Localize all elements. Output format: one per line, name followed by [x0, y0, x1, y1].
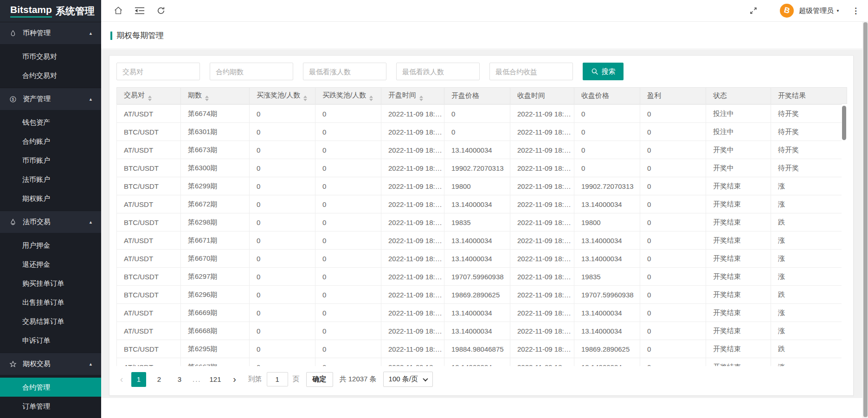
column-header-label: 开奖结果: [778, 91, 806, 99]
sidebar-item-0-1[interactable]: 合约交易对: [0, 66, 101, 85]
sidebar-item-2-4[interactable]: 交易结算订单: [0, 312, 101, 331]
cell-7: 0: [574, 159, 640, 177]
table-row: AT/USDT第6670期002022-11-09 18:…13.1400003…: [117, 250, 842, 268]
sidebar-item-0-0[interactable]: 币币交易对: [0, 47, 101, 66]
cell-6: 2022-11-09 18:…: [510, 268, 574, 286]
page-size-select[interactable]: 100 条/页: [383, 372, 433, 387]
sidebar-item-1-2[interactable]: 币币账户: [0, 151, 101, 170]
cell-0: BTC/USDT: [117, 268, 181, 286]
column-header-3[interactable]: 买跌奖池/人数: [315, 88, 381, 104]
sidebar-section-0[interactable]: 币种管理▲: [0, 22, 101, 44]
prev-page-icon[interactable]: ‹: [116, 374, 127, 385]
sidebar-section-label: 币种管理: [23, 29, 51, 38]
cell-7: 19869.2890625: [574, 340, 640, 358]
confirm-button[interactable]: 确定: [306, 372, 333, 387]
sidebar-section-3[interactable]: 期权交易▲: [0, 353, 101, 375]
cell-4: 2022-11-09 18:…: [381, 177, 444, 195]
refresh-icon[interactable]: [150, 0, 172, 21]
chevron-up-icon: ▲: [89, 31, 93, 36]
cell-9: 开奖结束: [706, 268, 771, 286]
filter-input-1[interactable]: [210, 63, 293, 80]
table-row: BTC/USDT第6297期002022-11-09 18:…19707.599…: [117, 268, 842, 286]
sidebar-item-2-5[interactable]: 申诉订单: [0, 331, 101, 350]
cell-6: 2022-11-09 18:…: [510, 232, 574, 250]
filter-input-2[interactable]: [303, 63, 386, 80]
filter-input-4[interactable]: [489, 63, 573, 80]
table-body-viewport: AT/USDT第6674期002022-11-09 18:…02022-11-0…: [116, 104, 842, 366]
fullscreen-icon[interactable]: [743, 0, 764, 21]
more-vertical-icon[interactable]: ⋮: [852, 6, 860, 16]
column-header-label: 买涨奖池/人数: [257, 91, 300, 99]
cell-4: 2022-11-09 18:…: [381, 340, 444, 358]
table-scrollbar-track[interactable]: [842, 104, 847, 366]
select-chevron-icon: [423, 376, 428, 381]
page-button-1[interactable]: 1: [131, 372, 146, 387]
cell-5: 19884.98046875: [444, 340, 510, 358]
cell-7: 13.14000034: [574, 358, 640, 367]
jump-page-input[interactable]: [267, 372, 288, 386]
sidebar-item-1-3[interactable]: 法币账户: [0, 170, 101, 189]
sidebar-item-3-0[interactable]: 合约管理: [0, 378, 101, 397]
sidebar-nav: 币种管理▲币币交易对合约交易对$资产管理▲钱包资产合约账户币币账户法币账户期权账…: [0, 22, 101, 418]
sidebar-item-3-1[interactable]: 订单管理: [0, 397, 101, 416]
bitcoin-avatar[interactable]: B: [780, 4, 794, 18]
sort-icon[interactable]: [205, 96, 209, 101]
collapse-sidebar-icon[interactable]: [129, 0, 150, 21]
page-scrollbar-thumb[interactable]: [863, 22, 868, 417]
sort-icon[interactable]: [148, 96, 152, 101]
pagination: ‹ 123...121 › 到第 页 确定 共 12037 条 100 条/页: [116, 372, 846, 387]
column-header-2[interactable]: 买涨奖池/人数: [250, 88, 315, 104]
user-menu[interactable]: 超级管理员 ▼: [799, 6, 840, 15]
cell-2: 0: [250, 304, 315, 322]
cell-6: 2022-11-09 18:…: [510, 141, 574, 159]
table-row: AT/USDT第6672期002022-11-09 18:…13.1400003…: [117, 195, 842, 213]
page-size-label: 100 条/页: [389, 375, 418, 384]
page-button-121[interactable]: 121: [207, 372, 224, 387]
sort-icon[interactable]: [303, 96, 307, 101]
sidebar-submenu-2: 用户押金退还押金购买挂单订单出售挂单订单交易结算订单申诉订单: [0, 233, 101, 353]
column-header-0[interactable]: 交易对: [117, 88, 181, 104]
cell-9: 投注中: [706, 105, 771, 123]
jump-prefix-label: 到第: [248, 375, 262, 384]
sidebar-submenu-3: 合约管理订单管理: [0, 375, 101, 418]
sidebar-item-1-1[interactable]: 合约账户: [0, 132, 101, 151]
column-header-4[interactable]: 开盘时间: [381, 88, 444, 104]
cell-8: 0: [640, 304, 706, 322]
table-row: AT/USDT第6668期002022-11-09 18:…13.1400003…: [117, 322, 842, 340]
next-page-icon[interactable]: ›: [230, 374, 240, 385]
sidebar-item-2-2[interactable]: 购买挂单订单: [0, 274, 101, 293]
cell-3: 0: [315, 105, 381, 123]
cell-5: 19902.72070313: [444, 159, 510, 177]
sidebar-section-2[interactable]: 法币交易▲: [0, 211, 101, 233]
sidebar-item-2-1[interactable]: 退还押金: [0, 255, 101, 274]
sidebar-item-2-0[interactable]: 用户押金: [0, 236, 101, 255]
cell-0: AT/USDT: [117, 358, 181, 367]
sort-icon[interactable]: [369, 96, 373, 101]
filter-input-3[interactable]: [396, 63, 480, 80]
sort-icon[interactable]: [419, 96, 423, 101]
sidebar-item-1-4[interactable]: 期权账户: [0, 189, 101, 208]
table-row: BTC/USDT第6295期002022-11-09 18:…19884.980…: [117, 340, 842, 358]
search-button[interactable]: 搜索: [583, 63, 624, 80]
data-table: 交易对期数买涨奖池/人数买跌奖池/人数开盘时间开盘价格收盘时间收盘价格盈利状态开…: [116, 87, 847, 366]
sidebar-item-2-3[interactable]: 出售挂单订单: [0, 293, 101, 312]
sidebar-section-1[interactable]: $资产管理▲: [0, 88, 101, 110]
filter-input-0[interactable]: [116, 63, 200, 80]
cell-4: 2022-11-09 18:…: [381, 268, 444, 286]
sidebar-item-1-0[interactable]: 钱包资产: [0, 113, 101, 132]
cell-6: 2022-11-09 18:…: [510, 358, 574, 367]
cell-0: BTC/USDT: [117, 123, 181, 141]
cell-5: 13.14000034: [444, 232, 510, 250]
cell-4: 2022-11-09 18:…: [381, 213, 444, 232]
cell-5: 0: [444, 123, 510, 141]
cell-2: 0: [250, 195, 315, 213]
cell-4: 2022-11-09 18:…: [381, 105, 444, 123]
page-button-2[interactable]: 2: [152, 372, 167, 387]
table-scrollbar-thumb[interactable]: [842, 106, 846, 140]
chevron-down-icon: ▼: [836, 9, 840, 13]
column-header-1[interactable]: 期数: [181, 88, 250, 104]
home-icon[interactable]: [108, 0, 129, 21]
cell-10: 待开奖: [771, 141, 842, 159]
page-button-3[interactable]: 3: [172, 372, 187, 387]
cell-1: 第6297期: [181, 268, 250, 286]
